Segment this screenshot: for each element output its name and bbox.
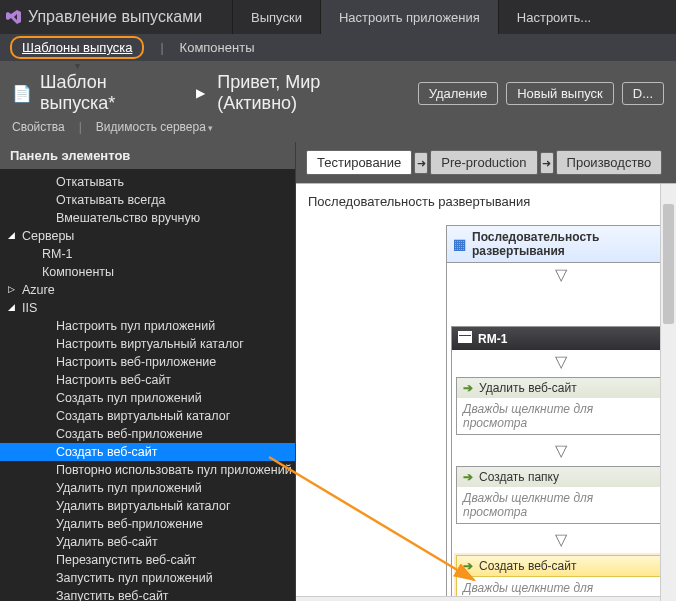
sequence-root-label: Последовательность развертывания [472, 230, 669, 258]
tree-item-label: Вмешательство вручную [56, 211, 200, 225]
step-create-website[interactable]: ➔Создать веб-сайт Дважды щелкните для пр… [456, 555, 666, 601]
tree-item-label: Компоненты [42, 265, 114, 279]
chevron-down-icon: ▽ [452, 350, 670, 373]
tree-item-label: Создать пул приложений [56, 391, 202, 405]
stage-tab-testing[interactable]: Тестирование [306, 150, 412, 175]
chevron-down-icon: ▽ [447, 263, 675, 286]
tree-item-label: IIS [22, 301, 37, 315]
tree-item[interactable]: RM-1 [0, 245, 295, 263]
tree-item[interactable]: Запустить веб-сайт [0, 587, 295, 601]
arrow-right-icon: ➔ [463, 470, 473, 484]
tree-item-label: Azure [22, 283, 55, 297]
stage-tab-production[interactable]: Производство [556, 150, 663, 175]
tree-group[interactable]: ▷Azure [0, 281, 295, 299]
play-icon: ▶ [196, 86, 205, 100]
tree-item[interactable]: Создать виртуальный каталог [0, 407, 295, 425]
vertical-scrollbar[interactable] [660, 184, 676, 601]
step-delete-website[interactable]: ➔Удалить веб-сайт Дважды щелкните для пр… [456, 377, 666, 435]
template-pipeline: Привет, Мир (Активно) [217, 72, 401, 114]
tree-item[interactable]: Удалить веб-приложение [0, 515, 295, 533]
tree-item-label: Настроить веб-приложение [56, 355, 216, 369]
tree-item-label: Создать веб-сайт [56, 445, 158, 459]
tree-item-label: Откатывать всегда [56, 193, 165, 207]
tree-item[interactable]: Откатывать всегда [0, 191, 295, 209]
new-release-button[interactable]: Новый выпуск [506, 82, 614, 105]
chevron-down-icon: ▽ [452, 439, 670, 462]
top-tab-configure-apps[interactable]: Настроить приложения [320, 0, 498, 34]
tree-item-label: Создать веб-приложение [56, 427, 203, 441]
tree-item-label: Запустить веб-сайт [56, 589, 169, 601]
top-tab-configure-more[interactable]: Настроить... [498, 0, 609, 34]
expander-icon: ◢ [8, 230, 22, 240]
tree-item[interactable]: Удалить веб-сайт [0, 533, 295, 551]
tree-item-label: Откатывать [56, 175, 124, 189]
tree-item[interactable]: Компоненты [0, 263, 295, 281]
template-icon: 📄 [12, 84, 32, 103]
tree-item[interactable]: Настроить веб-сайт [0, 371, 295, 389]
tree-item[interactable]: Удалить виртуальный каталог [0, 497, 295, 515]
vs-logo-icon [0, 0, 28, 34]
step-create-folder[interactable]: ➔Создать папку Дважды щелкните для просм… [456, 466, 666, 524]
server-block[interactable]: RM-1 ▽ ➔Удалить веб-сайт Дважды щелкните… [451, 326, 671, 601]
tree-item-label: Удалить пул приложений [56, 481, 202, 495]
subnav-components[interactable]: Компоненты [180, 40, 255, 55]
tree-item-label: Настроить веб-сайт [56, 373, 171, 387]
tree-item[interactable]: Вмешательство вручную [0, 209, 295, 227]
tree-item[interactable]: Удалить пул приложений [0, 479, 295, 497]
tree-item-label: Удалить веб-приложение [56, 517, 203, 531]
tree-item-label: RM-1 [42, 247, 73, 261]
tree-item-label: Серверы [22, 229, 74, 243]
tree-item[interactable]: Настроить пул приложений [0, 317, 295, 335]
toolbox-title: Панель элементов [0, 142, 295, 169]
tree-item-label: Удалить виртуальный каталог [56, 499, 230, 513]
subnav-divider: | [160, 41, 163, 55]
chevron-right-icon: ➜ [414, 152, 428, 174]
template-name: Шаблон выпуска* [40, 72, 184, 114]
expander-icon: ▷ [8, 284, 22, 294]
stage-tab-preproduction[interactable]: Pre-production [430, 150, 537, 175]
tree-item-label: Удалить веб-сайт [56, 535, 158, 549]
tree-item-label: Создать виртуальный каталог [56, 409, 230, 423]
tree-group[interactable]: ◢Серверы [0, 227, 295, 245]
tree-item[interactable]: Откатывать [0, 173, 295, 191]
tree-item-label: Повторно использовать пул приложений [56, 463, 292, 477]
arrow-right-icon: ➔ [463, 559, 473, 573]
more-button[interactable]: D... [622, 82, 664, 105]
tree-item[interactable]: Создать веб-сайт [0, 443, 295, 461]
app-title: Управление выпусками [28, 0, 232, 34]
tree-item-label: Запустить пул приложений [56, 571, 213, 585]
deployment-sequence-container[interactable]: ▦ Последовательность развертывания ▽ RM-… [446, 225, 676, 601]
horizontal-scrollbar[interactable] [296, 596, 660, 601]
properties-link[interactable]: Свойства [12, 120, 65, 134]
tree-item[interactable]: Настроить веб-приложение [0, 353, 295, 371]
tree-item[interactable]: Создать веб-приложение [0, 425, 295, 443]
server-name: RM-1 [478, 332, 507, 346]
arrow-right-icon: ➔ [463, 381, 473, 395]
tree-item[interactable]: Запустить пул приложений [0, 569, 295, 587]
tree-item[interactable]: Повторно использовать пул приложений [0, 461, 295, 479]
top-tab-releases[interactable]: Выпуски [232, 0, 320, 34]
tree-item-label: Перезапустить веб-сайт [56, 553, 196, 567]
tree-item-label: Настроить пул приложений [56, 319, 215, 333]
sequence-icon: ▦ [453, 236, 466, 252]
tree-group[interactable]: ◢IIS [0, 299, 295, 317]
sequence-title: Последовательность развертывания [296, 183, 676, 215]
server-icon [458, 331, 472, 346]
expander-icon: ◢ [8, 302, 22, 312]
chevron-right-icon: ➜ [540, 152, 554, 174]
subnav-release-templates[interactable]: Шаблоны выпуска [10, 36, 144, 59]
tree-item[interactable]: Настроить виртуальный каталог [0, 335, 295, 353]
server-visibility-dropdown[interactable]: Видимость сервера [96, 120, 214, 134]
chevron-down-icon: ▽ [452, 528, 670, 551]
tree-item-label: Настроить виртуальный каталог [56, 337, 244, 351]
tree-item[interactable]: Создать пул приложений [0, 389, 295, 407]
delete-button[interactable]: Удаление [418, 82, 499, 105]
tree-item[interactable]: Перезапустить веб-сайт [0, 551, 295, 569]
